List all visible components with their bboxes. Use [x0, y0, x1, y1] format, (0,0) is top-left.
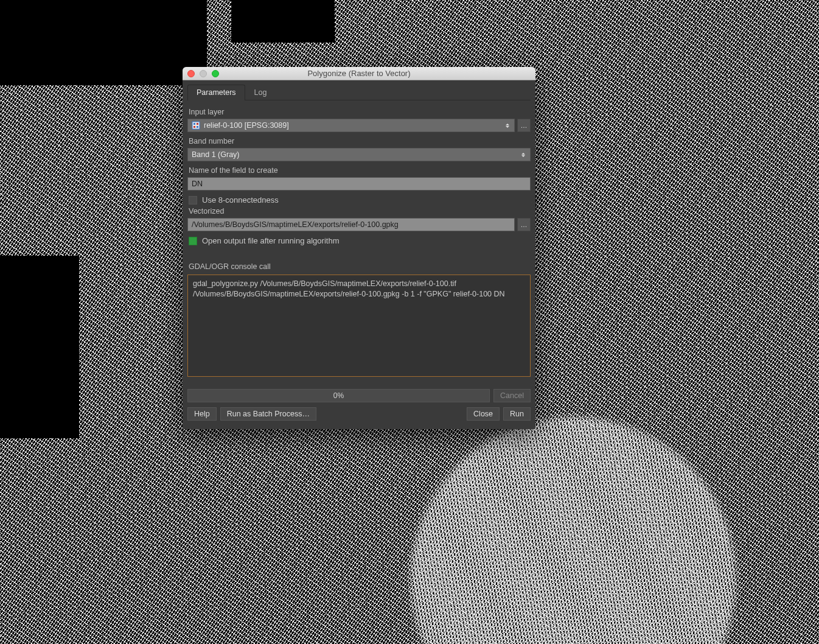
chevron-updown-icon	[519, 149, 528, 161]
svg-rect-2	[197, 123, 198, 125]
connectedness-label: Use 8-connectedness	[202, 195, 279, 205]
input-layer-select[interactable]: relief-0-100 [EPSG:3089]	[187, 119, 515, 132]
input-layer-value: relief-0-100 [EPSG:3089]	[204, 121, 289, 130]
bg-dark	[0, 0, 207, 85]
bg-dark	[0, 256, 79, 438]
console-call-text[interactable]: gdal_polygonize.py /Volumes/B/BoydsGIS/m…	[187, 275, 531, 377]
vectorized-output-input[interactable]: /Volumes/B/BoydsGIS/maptimeLEX/exports/r…	[187, 218, 515, 231]
open-output-label: Open output file after running algorithm	[202, 236, 339, 245]
tab-bar: Parameters Log	[187, 84, 531, 100]
chevron-updown-icon	[503, 119, 512, 131]
field-name-value: DN	[192, 180, 203, 188]
close-button[interactable]: Close	[467, 407, 500, 421]
tab-parameters[interactable]: Parameters	[187, 85, 245, 100]
vectorized-browse-button[interactable]: …	[517, 218, 531, 231]
window-title: Polygonize (Raster to Vector)	[183, 69, 535, 78]
svg-rect-0	[192, 122, 200, 129]
dialog-body: Parameters Log Input layer relief-0-100 …	[183, 80, 535, 429]
connectedness-checkbox[interactable]	[189, 196, 197, 205]
polygonize-dialog: Polygonize (Raster to Vector) Parameters…	[183, 67, 535, 429]
band-value: Band 1 (Gray)	[192, 150, 240, 159]
bg-dark	[231, 0, 335, 43]
titlebar[interactable]: Polygonize (Raster to Vector)	[183, 67, 535, 80]
band-label: Band number	[189, 137, 531, 145]
run-button[interactable]: Run	[503, 407, 531, 421]
svg-rect-3	[193, 126, 195, 128]
tab-log[interactable]: Log	[245, 85, 276, 100]
open-output-row[interactable]: Open output file after running algorithm	[189, 236, 531, 245]
progress-bar: 0%	[187, 389, 490, 402]
traffic-lights	[183, 70, 219, 77]
connectedness-row[interactable]: Use 8-connectedness	[189, 195, 531, 205]
input-layer-browse-button[interactable]: …	[517, 119, 531, 132]
zoom-window-icon[interactable]	[212, 70, 219, 77]
minimize-window-icon[interactable]	[200, 70, 207, 77]
run-batch-button[interactable]: Run as Batch Process…	[220, 407, 316, 421]
field-name-label: Name of the field to create	[189, 166, 531, 175]
svg-rect-1	[193, 123, 195, 125]
vectorized-label: Vectorized	[189, 207, 531, 215]
svg-rect-4	[197, 126, 198, 128]
close-window-icon[interactable]	[187, 70, 195, 77]
parameters-form: Input layer relief-0-100 [EPSG:3089] … B…	[187, 100, 531, 424]
field-name-input[interactable]: DN	[187, 177, 531, 191]
help-button[interactable]: Help	[187, 407, 217, 421]
open-output-checkbox[interactable]	[189, 237, 197, 245]
footer-spacer	[320, 407, 463, 421]
vectorized-value: /Volumes/B/BoydsGIS/maptimeLEX/exports/r…	[192, 220, 399, 229]
progress-text: 0%	[333, 391, 344, 400]
band-select[interactable]: Band 1 (Gray)	[187, 148, 531, 161]
cancel-button: Cancel	[493, 389, 531, 402]
input-layer-label: Input layer	[189, 108, 531, 116]
raster-layer-icon	[192, 121, 200, 130]
console-call-label: GDAL/OGR console call	[189, 262, 531, 271]
